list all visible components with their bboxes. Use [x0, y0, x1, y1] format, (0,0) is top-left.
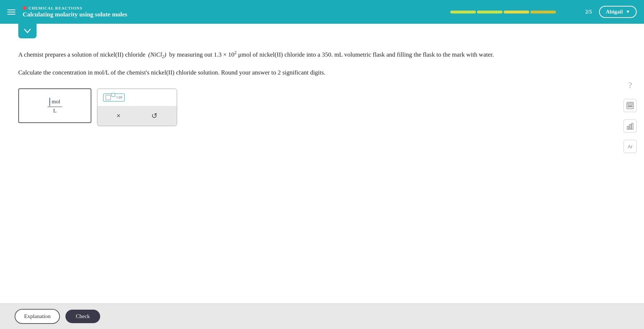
fraction-denominator: L [53, 108, 56, 114]
help-button[interactable]: ? [624, 79, 637, 92]
periodic-table-button[interactable]: Ar [624, 140, 637, 153]
progress-bar [450, 11, 583, 14]
chevron-down-icon: ▼ [626, 9, 630, 15]
segment-3 [504, 11, 529, 14]
fraction-input-box[interactable]: mol L [18, 88, 91, 123]
problem-text: A chemist prepares a solution of nickel(… [18, 49, 626, 60]
user-name: Abigail [606, 9, 623, 15]
input-panel-bottom: × ↺ [98, 106, 177, 126]
answer-area: mol L ×10 × [18, 88, 626, 126]
toggle-button[interactable] [18, 24, 37, 38]
main-content: A chemist prepares a solution of nickel(… [0, 24, 644, 303]
progress-bar-container: 2/5 [450, 9, 592, 15]
chart-button[interactable] [624, 119, 637, 133]
sci-notation-button[interactable]: ×10 [103, 93, 125, 102]
cursor [49, 98, 50, 106]
segment-4 [530, 11, 556, 14]
sci-box-small [111, 93, 115, 97]
check-button[interactable]: Check [65, 310, 100, 323]
fraction-numerator: mol [52, 99, 60, 105]
user-badge[interactable]: Abigail ▼ [599, 6, 637, 18]
clear-button[interactable]: × [113, 110, 124, 122]
right-sidebar: ? Ar [624, 79, 637, 153]
svg-rect-6 [629, 125, 631, 129]
fraction-line [48, 107, 62, 107]
header-right: 2/5 Abigail ▼ [450, 6, 637, 18]
svg-rect-2 [628, 106, 629, 107]
svg-rect-4 [631, 106, 632, 107]
menu-button[interactable] [7, 9, 15, 15]
svg-rect-1 [628, 103, 632, 105]
progress-count: 2/5 [586, 9, 592, 15]
calculator-icon [626, 102, 634, 110]
fraction-display: mol L [48, 98, 62, 114]
calculator-button[interactable] [624, 99, 637, 112]
header-subject: CHEMICAL REACTIONS [23, 6, 127, 10]
reset-button[interactable]: ↺ [148, 110, 161, 122]
header-lesson: Calculating molarity using solute moles [23, 11, 127, 18]
footer: Explanation Check [0, 303, 644, 329]
segment-1 [450, 11, 476, 14]
explanation-button[interactable]: Explanation [15, 309, 60, 324]
header-title-block: CHEMICAL REACTIONS Calculating molarity … [23, 6, 127, 18]
sci-x10-label: ×10 [116, 95, 122, 99]
segment-2 [477, 11, 503, 14]
svg-rect-5 [627, 126, 629, 129]
segment-5 [557, 11, 583, 14]
input-panel: ×10 × ↺ [97, 88, 177, 126]
svg-rect-3 [630, 106, 631, 107]
chart-icon [626, 122, 634, 130]
chevron-down-icon [24, 29, 31, 33]
input-panel-top: ×10 [98, 89, 177, 106]
svg-rect-7 [632, 123, 633, 129]
header: CHEMICAL REACTIONS Calculating molarity … [0, 0, 644, 24]
subject-dot [23, 6, 26, 10]
question-text: Calculate the concentration in mol/L of … [18, 68, 626, 77]
sci-box-main [106, 95, 111, 100]
